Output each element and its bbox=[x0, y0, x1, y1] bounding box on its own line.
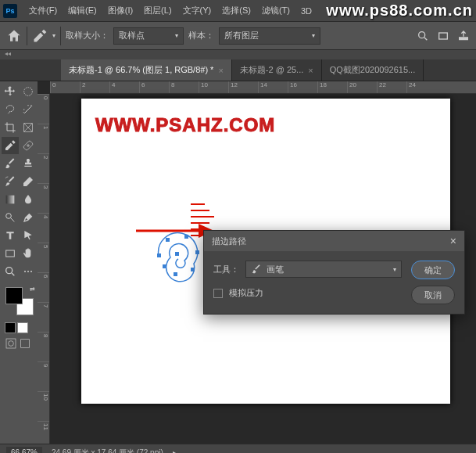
svg-point-10 bbox=[27, 271, 29, 272]
tool-chevron-icon[interactable]: ▾ bbox=[52, 32, 55, 39]
foreground-color-swatch[interactable] bbox=[5, 287, 23, 304]
svg-rect-5 bbox=[6, 196, 15, 204]
crop-tool[interactable] bbox=[2, 119, 19, 136]
swap-colors-icon[interactable]: ⇄ bbox=[30, 286, 35, 293]
ruler-tick: 5 bbox=[38, 243, 49, 272]
ruler-tick: 16 bbox=[288, 81, 317, 93]
frame-tool[interactable] bbox=[20, 119, 37, 136]
home-icon[interactable] bbox=[6, 28, 22, 44]
svg-point-2 bbox=[24, 88, 33, 96]
healing-tool[interactable] bbox=[20, 137, 37, 154]
tool-label: 工具： bbox=[213, 264, 239, 275]
document-info[interactable]: 24.69 厘米 x 17.64 厘米 (72 ppi) bbox=[52, 448, 163, 454]
main-area: ⇄ 024681012141618202224 01234567891011 W… bbox=[0, 81, 476, 444]
ruler-horizontal[interactable]: 024681012141618202224 bbox=[50, 81, 476, 94]
screen-mode-toggle-icon[interactable] bbox=[19, 337, 31, 350]
close-icon[interactable]: × bbox=[450, 235, 456, 247]
tab-label: 未标题-2 @ 25... bbox=[240, 64, 303, 76]
history-brush-tool[interactable] bbox=[2, 173, 19, 190]
share-icon[interactable] bbox=[457, 30, 470, 42]
rectangle-tool[interactable] bbox=[2, 245, 19, 262]
type-tool[interactable] bbox=[2, 227, 19, 244]
ruler-tick: 20 bbox=[347, 81, 377, 93]
pen-tool[interactable] bbox=[20, 209, 37, 226]
svg-rect-28 bbox=[174, 272, 177, 276]
ruler-tick: 7 bbox=[38, 302, 49, 332]
chevron-down-icon: ▾ bbox=[393, 266, 396, 273]
menu-file[interactable]: 文件(F) bbox=[23, 2, 63, 19]
menu-3d[interactable]: 3D bbox=[295, 4, 317, 18]
sample-size-select[interactable]: 取样点 ▾ bbox=[113, 27, 184, 45]
svg-rect-14 bbox=[21, 340, 30, 348]
eyedropper-tool-icon[interactable] bbox=[32, 28, 48, 44]
menu-select[interactable]: 选择(S) bbox=[217, 2, 256, 19]
ruler-tick: 11 bbox=[38, 421, 49, 451]
close-icon[interactable]: × bbox=[308, 66, 313, 75]
ruler-tick: 6 bbox=[38, 272, 49, 302]
blur-tool[interactable] bbox=[20, 191, 37, 208]
spiral-path[interactable] bbox=[147, 228, 209, 283]
svg-rect-26 bbox=[195, 250, 199, 254]
svg-point-0 bbox=[419, 31, 425, 38]
stamp-tool[interactable] bbox=[20, 155, 37, 172]
ruler-tick: 2 bbox=[38, 153, 49, 183]
dialog-titlebar[interactable]: 描边路径 × bbox=[204, 231, 464, 251]
tab-doc-3[interactable]: QQ截图2020092615... bbox=[322, 59, 424, 81]
eraser-tool[interactable] bbox=[20, 173, 37, 190]
search-icon[interactable] bbox=[417, 30, 429, 42]
ruler-tick: 1 bbox=[38, 124, 49, 153]
more-tools[interactable] bbox=[20, 263, 37, 280]
dialog-title: 描边路径 bbox=[212, 235, 246, 247]
menu-filter[interactable]: 滤镜(T) bbox=[256, 2, 295, 19]
document-tabs: 未标题-1 @ 66.7% (图层 1, RGB/8#) * × 未标题-2 @… bbox=[0, 59, 476, 81]
tab-doc-2[interactable]: 未标题-2 @ 25... × bbox=[232, 59, 322, 81]
zoom-tool[interactable] bbox=[2, 263, 19, 280]
path-select-tool[interactable] bbox=[20, 227, 37, 244]
watermark-text: www.ps88.com.cn bbox=[326, 2, 473, 20]
panel-collapse-icon[interactable]: ◂◂ bbox=[0, 50, 476, 59]
tab-label: QQ截图2020092615... bbox=[330, 64, 415, 76]
gradient-tool[interactable] bbox=[2, 191, 19, 208]
tool-panel: ⇄ bbox=[0, 81, 38, 444]
pressure-checkbox[interactable] bbox=[213, 289, 223, 298]
ruler-tick: 3 bbox=[38, 183, 49, 213]
cancel-button[interactable]: 取消 bbox=[411, 286, 455, 304]
sample-size-value: 取样点 bbox=[119, 30, 145, 41]
default-colors-icon[interactable] bbox=[5, 322, 16, 333]
status-bar: 66.67% 24.69 厘米 x 17.64 厘米 (72 ppi) ▸ bbox=[0, 444, 476, 453]
svg-point-13 bbox=[9, 341, 14, 347]
menu-layer[interactable]: 图层(L) bbox=[138, 2, 177, 19]
color-swatches[interactable]: ⇄ bbox=[5, 287, 34, 315]
menu-edit[interactable]: 编辑(E) bbox=[63, 2, 102, 19]
screen-mode-icon[interactable] bbox=[437, 30, 449, 42]
tab-doc-1[interactable]: 未标题-1 @ 66.7% (图层 1, RGB/8#) * × bbox=[61, 59, 232, 81]
brush-tool[interactable] bbox=[2, 155, 19, 172]
hand-tool[interactable] bbox=[20, 245, 37, 262]
ps-logo: Ps bbox=[3, 4, 17, 18]
sample-value: 所有图层 bbox=[224, 30, 259, 41]
svg-rect-12 bbox=[6, 339, 16, 348]
default-colors-bg bbox=[17, 322, 28, 333]
magic-wand-tool[interactable] bbox=[20, 101, 37, 118]
svg-point-9 bbox=[24, 271, 26, 272]
sample-select[interactable]: 所有图层 ▾ bbox=[219, 27, 320, 45]
menu-image[interactable]: 图像(I) bbox=[102, 2, 138, 19]
info-chevron-icon[interactable]: ▸ bbox=[173, 449, 176, 453]
lasso-tool[interactable] bbox=[2, 101, 19, 118]
menu-text[interactable]: 文字(Y) bbox=[177, 2, 217, 19]
dodge-tool[interactable] bbox=[2, 209, 19, 226]
close-icon[interactable]: × bbox=[218, 66, 223, 75]
svg-point-6 bbox=[6, 214, 12, 219]
eyedropper-tool[interactable] bbox=[2, 137, 19, 154]
svg-rect-1 bbox=[439, 33, 448, 39]
marquee-tool[interactable] bbox=[20, 83, 37, 100]
move-tool[interactable] bbox=[2, 83, 19, 100]
tool-select[interactable]: 画笔 ▾ bbox=[245, 261, 402, 278]
svg-rect-25 bbox=[184, 235, 188, 239]
quick-mask-icon[interactable] bbox=[5, 337, 17, 350]
ruler-tick: 10 bbox=[199, 81, 228, 93]
ruler-vertical[interactable]: 01234567891011 bbox=[38, 94, 50, 444]
ok-button[interactable]: 确定 bbox=[411, 261, 455, 279]
ruler-tick: 12 bbox=[228, 81, 258, 93]
svg-rect-29 bbox=[163, 264, 166, 268]
